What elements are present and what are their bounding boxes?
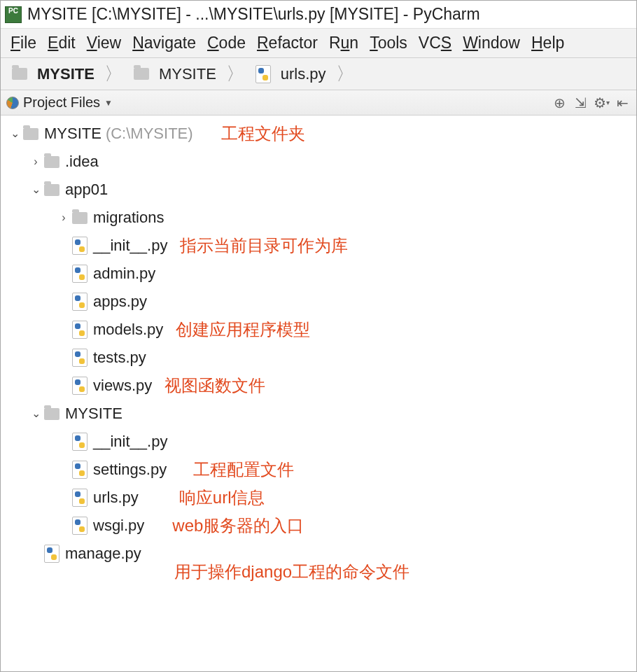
tree-item-apps[interactable]: · apps.py [1, 288, 636, 316]
tree-item-admin[interactable]: · admin.py [1, 260, 636, 288]
breadcrumb-file-label: urls.py [281, 65, 326, 83]
breadcrumb-file[interactable]: urls.py 〉 [250, 62, 360, 86]
tree-item-label: views.py [93, 372, 152, 400]
menu-edit[interactable]: Edit [48, 34, 76, 52]
tree-item-label: admin.py [93, 260, 155, 288]
python-file-icon [72, 489, 88, 507]
menu-navigate[interactable]: Navigate [132, 34, 196, 52]
window-titlebar: MYSITE [C:\MYSITE] - ...\MYSITE\urls.py … [1, 1, 636, 29]
tree-item-label: app01 [65, 176, 108, 204]
breadcrumb-root[interactable]: MYSITE 〉 [6, 62, 128, 86]
python-file-icon [72, 461, 88, 479]
tree-item-tests[interactable]: · tests.py [1, 344, 636, 372]
tree-root-label: MYSITE [44, 120, 102, 148]
tree-item-label: __init__.py [93, 232, 167, 260]
tree-item-mysite-dir[interactable]: ⌄ MYSITE [1, 400, 636, 428]
tree-item-views[interactable]: · views.py 视图函数文件 [1, 372, 636, 400]
menu-refactor[interactable]: Refactor [257, 34, 318, 52]
window-title: MYSITE [C:\MYSITE] - ...\MYSITE\urls.py … [27, 5, 480, 24]
annotation-project-folder: 工程文件夹 [193, 120, 305, 148]
chevron-down-icon[interactable]: ▼ [104, 98, 113, 108]
tree-root-path: (C:\MYSITE) [102, 120, 193, 148]
tree-item-label: apps.py [93, 288, 147, 316]
annotation-manage: 用于操作django工程的命令文件 [174, 561, 410, 583]
expand-toggle-icon[interactable]: ⌄ [29, 176, 43, 204]
tree-item-settings[interactable]: · settings.py 工程配置文件 [1, 456, 636, 484]
tree-item-label: manage.py [65, 540, 141, 568]
python-file-icon [72, 321, 88, 339]
hide-panel-icon[interactable]: ⇤ [614, 94, 631, 111]
annotation-wsgi: web服务器的入口 [144, 512, 304, 540]
python-file-icon [72, 433, 88, 451]
folder-icon [72, 212, 88, 224]
chevron-right-icon: 〉 [330, 62, 356, 86]
project-tree: ⌄ MYSITE (C:\MYSITE) 工程文件夹 › .idea ⌄ app… [1, 115, 636, 671]
tree-item-label: models.py [93, 316, 163, 344]
tree-item-models[interactable]: · models.py 创建应用程序模型 [1, 316, 636, 344]
tree-item-migrations[interactable]: › migrations [1, 204, 636, 232]
tree-item-urls[interactable]: · urls.py 响应url信息 [1, 484, 636, 512]
chevron-right-icon: 〉 [220, 62, 246, 86]
expand-toggle-icon[interactable]: ⌄ [8, 120, 22, 148]
python-file-icon [72, 377, 88, 395]
menu-window[interactable]: Window [463, 34, 520, 52]
pycharm-app-icon [5, 6, 22, 23]
project-panel-header: Project Files ▼ ⊕ ⇲ ⚙▾ ⇤ [1, 90, 636, 115]
menu-tools[interactable]: Tools [370, 34, 407, 52]
tree-item-app-init[interactable]: · __init__.py 指示当前目录可作为库 [1, 232, 636, 260]
python-file-icon [72, 349, 88, 367]
menu-file[interactable]: File [10, 34, 36, 52]
tree-item-wsgi[interactable]: · wsgi.py web服务器的入口 [1, 512, 636, 540]
menu-run[interactable]: Run [329, 34, 358, 52]
tree-item-label: migrations [93, 204, 164, 232]
folder-icon [12, 68, 27, 80]
expand-toggle-icon[interactable]: › [57, 204, 71, 232]
folder-icon [44, 184, 59, 196]
python-file-icon [72, 237, 88, 255]
tree-root[interactable]: ⌄ MYSITE (C:\MYSITE) 工程文件夹 [1, 120, 636, 148]
folder-icon [44, 408, 59, 420]
tree-item-label: .idea [65, 148, 99, 176]
tree-item-label: tests.py [93, 344, 146, 372]
folder-icon [134, 68, 149, 80]
project-panel-title[interactable]: Project Files [23, 94, 100, 111]
menu-bar: File Edit View Navigate Code Refactor Ru… [1, 29, 636, 58]
menu-code[interactable]: Code [207, 34, 246, 52]
menu-help[interactable]: Help [531, 34, 564, 52]
project-scope-icon [6, 97, 19, 109]
tree-item-label: urls.py [93, 484, 139, 512]
python-file-icon [44, 545, 59, 563]
python-file-icon [72, 265, 88, 283]
folder-icon [23, 128, 38, 140]
python-file-icon [72, 517, 88, 535]
python-file-icon [72, 293, 88, 311]
tree-item-app01[interactable]: ⌄ app01 [1, 176, 636, 204]
menu-view[interactable]: View [87, 34, 121, 52]
annotation-views: 视图函数文件 [152, 372, 265, 400]
annotation-models: 创建应用程序模型 [163, 316, 310, 344]
expand-toggle-icon[interactable]: ⌄ [29, 400, 43, 428]
collapse-all-icon[interactable]: ⇲ [572, 94, 589, 111]
folder-icon [44, 156, 59, 168]
breadcrumb-root-label: MYSITE [37, 65, 94, 83]
breadcrumb: MYSITE 〉 MYSITE 〉 urls.py 〉 [1, 58, 636, 90]
annotation-settings: 工程配置文件 [167, 456, 294, 484]
python-file-icon [255, 65, 271, 83]
tree-item-label: MYSITE [65, 400, 122, 428]
tree-item-label: wsgi.py [93, 512, 144, 540]
locate-target-icon[interactable]: ⊕ [551, 94, 568, 111]
tree-item-label: settings.py [93, 456, 167, 484]
tree-item-idea[interactable]: › .idea [1, 148, 636, 176]
expand-toggle-icon[interactable]: › [29, 148, 43, 176]
annotation-urls: 响应url信息 [139, 484, 265, 512]
gear-icon[interactable]: ⚙▾ [593, 94, 610, 111]
chevron-right-icon: 〉 [99, 62, 124, 86]
breadcrumb-dir[interactable]: MYSITE 〉 [128, 62, 250, 86]
tree-item-mysite-init[interactable]: · __init__.py [1, 428, 636, 456]
tree-item-label: __init__.py [93, 428, 167, 456]
annotation-init: 指示当前目录可作为库 [167, 232, 348, 260]
menu-vcs[interactable]: VCS [419, 34, 451, 52]
breadcrumb-dir-label: MYSITE [159, 65, 216, 83]
